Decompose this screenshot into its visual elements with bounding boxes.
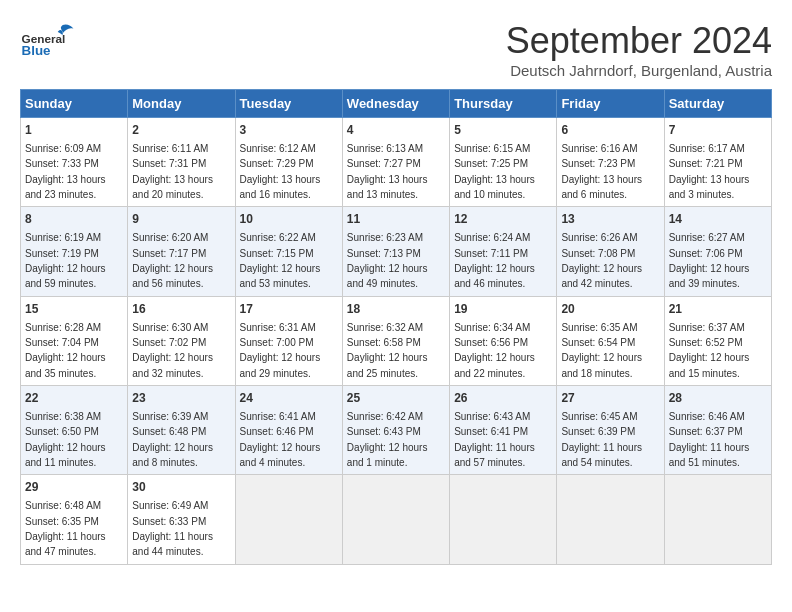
weekday-header: Wednesday [342, 90, 449, 118]
title-block: September 2024 Deutsch Jahrndorf, Burgen… [506, 20, 772, 79]
calendar-cell: 6 Sunrise: 6:16 AMSunset: 7:23 PMDayligh… [557, 118, 664, 207]
calendar-cell: 10 Sunrise: 6:22 AMSunset: 7:15 PMDaylig… [235, 207, 342, 296]
logo: General Blue [20, 20, 75, 65]
day-number: 28 [669, 390, 767, 407]
day-number: 16 [132, 301, 230, 318]
day-number: 10 [240, 211, 338, 228]
day-info: Sunrise: 6:38 AMSunset: 6:50 PMDaylight:… [25, 411, 106, 468]
day-info: Sunrise: 6:48 AMSunset: 6:35 PMDaylight:… [25, 500, 106, 557]
calendar-cell: 7 Sunrise: 6:17 AMSunset: 7:21 PMDayligh… [664, 118, 771, 207]
day-number: 29 [25, 479, 123, 496]
calendar-cell: 2 Sunrise: 6:11 AMSunset: 7:31 PMDayligh… [128, 118, 235, 207]
day-info: Sunrise: 6:19 AMSunset: 7:19 PMDaylight:… [25, 232, 106, 289]
calendar-cell: 5 Sunrise: 6:15 AMSunset: 7:25 PMDayligh… [450, 118, 557, 207]
day-number: 21 [669, 301, 767, 318]
day-info: Sunrise: 6:15 AMSunset: 7:25 PMDaylight:… [454, 143, 535, 200]
calendar-cell: 27 Sunrise: 6:45 AMSunset: 6:39 PMDaylig… [557, 386, 664, 475]
calendar-week-row: 8 Sunrise: 6:19 AMSunset: 7:19 PMDayligh… [21, 207, 772, 296]
calendar-cell: 17 Sunrise: 6:31 AMSunset: 7:00 PMDaylig… [235, 296, 342, 385]
day-number: 3 [240, 122, 338, 139]
calendar-cell: 19 Sunrise: 6:34 AMSunset: 6:56 PMDaylig… [450, 296, 557, 385]
day-number: 23 [132, 390, 230, 407]
calendar-cell: 29 Sunrise: 6:48 AMSunset: 6:35 PMDaylig… [21, 475, 128, 564]
day-number: 9 [132, 211, 230, 228]
day-info: Sunrise: 6:49 AMSunset: 6:33 PMDaylight:… [132, 500, 213, 557]
main-title: September 2024 [506, 20, 772, 62]
weekday-header: Sunday [21, 90, 128, 118]
day-info: Sunrise: 6:34 AMSunset: 6:56 PMDaylight:… [454, 322, 535, 379]
svg-text:Blue: Blue [22, 43, 51, 58]
day-number: 12 [454, 211, 552, 228]
day-number: 8 [25, 211, 123, 228]
day-number: 17 [240, 301, 338, 318]
calendar-cell: 22 Sunrise: 6:38 AMSunset: 6:50 PMDaylig… [21, 386, 128, 475]
day-number: 6 [561, 122, 659, 139]
day-number: 1 [25, 122, 123, 139]
calendar-cell [450, 475, 557, 564]
calendar-week-row: 15 Sunrise: 6:28 AMSunset: 7:04 PMDaylig… [21, 296, 772, 385]
calendar-cell: 3 Sunrise: 6:12 AMSunset: 7:29 PMDayligh… [235, 118, 342, 207]
day-info: Sunrise: 6:22 AMSunset: 7:15 PMDaylight:… [240, 232, 321, 289]
weekday-header: Friday [557, 90, 664, 118]
day-number: 14 [669, 211, 767, 228]
calendar-week-row: 29 Sunrise: 6:48 AMSunset: 6:35 PMDaylig… [21, 475, 772, 564]
weekday-header: Monday [128, 90, 235, 118]
calendar-cell: 18 Sunrise: 6:32 AMSunset: 6:58 PMDaylig… [342, 296, 449, 385]
day-number: 11 [347, 211, 445, 228]
calendar-cell: 30 Sunrise: 6:49 AMSunset: 6:33 PMDaylig… [128, 475, 235, 564]
day-number: 5 [454, 122, 552, 139]
day-number: 30 [132, 479, 230, 496]
calendar-cell: 1 Sunrise: 6:09 AMSunset: 7:33 PMDayligh… [21, 118, 128, 207]
day-info: Sunrise: 6:45 AMSunset: 6:39 PMDaylight:… [561, 411, 642, 468]
calendar-cell [664, 475, 771, 564]
calendar-week-row: 22 Sunrise: 6:38 AMSunset: 6:50 PMDaylig… [21, 386, 772, 475]
day-number: 24 [240, 390, 338, 407]
day-info: Sunrise: 6:24 AMSunset: 7:11 PMDaylight:… [454, 232, 535, 289]
day-info: Sunrise: 6:31 AMSunset: 7:00 PMDaylight:… [240, 322, 321, 379]
day-info: Sunrise: 6:17 AMSunset: 7:21 PMDaylight:… [669, 143, 750, 200]
day-number: 4 [347, 122, 445, 139]
day-number: 25 [347, 390, 445, 407]
day-info: Sunrise: 6:35 AMSunset: 6:54 PMDaylight:… [561, 322, 642, 379]
weekday-header: Thursday [450, 90, 557, 118]
day-number: 13 [561, 211, 659, 228]
day-number: 2 [132, 122, 230, 139]
day-number: 18 [347, 301, 445, 318]
day-number: 19 [454, 301, 552, 318]
day-info: Sunrise: 6:11 AMSunset: 7:31 PMDaylight:… [132, 143, 213, 200]
calendar-cell: 28 Sunrise: 6:46 AMSunset: 6:37 PMDaylig… [664, 386, 771, 475]
calendar-cell: 11 Sunrise: 6:23 AMSunset: 7:13 PMDaylig… [342, 207, 449, 296]
day-info: Sunrise: 6:23 AMSunset: 7:13 PMDaylight:… [347, 232, 428, 289]
day-info: Sunrise: 6:12 AMSunset: 7:29 PMDaylight:… [240, 143, 321, 200]
day-info: Sunrise: 6:43 AMSunset: 6:41 PMDaylight:… [454, 411, 535, 468]
day-number: 15 [25, 301, 123, 318]
page-header: General Blue September 2024 Deutsch Jahr… [20, 20, 772, 79]
day-number: 22 [25, 390, 123, 407]
day-info: Sunrise: 6:09 AMSunset: 7:33 PMDaylight:… [25, 143, 106, 200]
day-info: Sunrise: 6:39 AMSunset: 6:48 PMDaylight:… [132, 411, 213, 468]
calendar-cell: 9 Sunrise: 6:20 AMSunset: 7:17 PMDayligh… [128, 207, 235, 296]
calendar-cell: 23 Sunrise: 6:39 AMSunset: 6:48 PMDaylig… [128, 386, 235, 475]
weekday-header: Saturday [664, 90, 771, 118]
weekday-header: Tuesday [235, 90, 342, 118]
calendar-cell: 26 Sunrise: 6:43 AMSunset: 6:41 PMDaylig… [450, 386, 557, 475]
day-info: Sunrise: 6:27 AMSunset: 7:06 PMDaylight:… [669, 232, 750, 289]
calendar-cell: 25 Sunrise: 6:42 AMSunset: 6:43 PMDaylig… [342, 386, 449, 475]
calendar-cell [342, 475, 449, 564]
calendar-cell: 16 Sunrise: 6:30 AMSunset: 7:02 PMDaylig… [128, 296, 235, 385]
calendar-cell: 21 Sunrise: 6:37 AMSunset: 6:52 PMDaylig… [664, 296, 771, 385]
logo-icon: General Blue [20, 20, 75, 65]
calendar-cell: 4 Sunrise: 6:13 AMSunset: 7:27 PMDayligh… [342, 118, 449, 207]
day-info: Sunrise: 6:16 AMSunset: 7:23 PMDaylight:… [561, 143, 642, 200]
calendar-cell: 14 Sunrise: 6:27 AMSunset: 7:06 PMDaylig… [664, 207, 771, 296]
day-info: Sunrise: 6:26 AMSunset: 7:08 PMDaylight:… [561, 232, 642, 289]
subtitle: Deutsch Jahrndorf, Burgenland, Austria [506, 62, 772, 79]
day-info: Sunrise: 6:37 AMSunset: 6:52 PMDaylight:… [669, 322, 750, 379]
day-info: Sunrise: 6:30 AMSunset: 7:02 PMDaylight:… [132, 322, 213, 379]
day-info: Sunrise: 6:42 AMSunset: 6:43 PMDaylight:… [347, 411, 428, 468]
calendar-cell: 13 Sunrise: 6:26 AMSunset: 7:08 PMDaylig… [557, 207, 664, 296]
day-number: 20 [561, 301, 659, 318]
day-number: 26 [454, 390, 552, 407]
day-info: Sunrise: 6:20 AMSunset: 7:17 PMDaylight:… [132, 232, 213, 289]
calendar-cell: 24 Sunrise: 6:41 AMSunset: 6:46 PMDaylig… [235, 386, 342, 475]
